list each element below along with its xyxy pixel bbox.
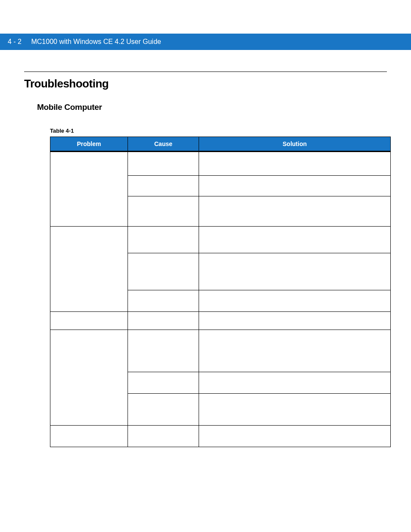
cell-cause — [128, 330, 199, 372]
table-row — [50, 227, 391, 253]
cell-solution — [199, 253, 391, 290]
table-header-row: Problem Cause Solution — [50, 137, 391, 152]
cell-cause — [128, 196, 199, 227]
cell-solution — [199, 394, 391, 426]
cell-solution — [199, 312, 391, 330]
cell-solution — [199, 152, 391, 176]
col-header-cause: Cause — [128, 137, 199, 152]
page-content: Troubleshooting Mobile Computer Table 4-… — [0, 72, 411, 447]
cell-cause — [128, 176, 199, 196]
doc-title: MC1000 with Windows CE 4.2 User Guide — [31, 38, 161, 45]
cell-cause — [128, 394, 199, 426]
horizontal-rule — [24, 72, 387, 72]
cell-solution — [199, 176, 391, 196]
cell-cause — [128, 312, 199, 330]
table-row — [50, 152, 391, 176]
cell-cause — [128, 152, 199, 176]
cell-cause — [128, 227, 199, 253]
page-number: 4 - 2 — [8, 38, 22, 45]
cell-cause — [128, 372, 199, 394]
page-header: 4 - 2 MC1000 with Windows CE 4.2 User Gu… — [0, 34, 411, 50]
cell-problem — [50, 426, 128, 447]
cell-cause — [128, 290, 199, 312]
cell-solution — [199, 196, 391, 227]
cell-problem — [50, 330, 128, 426]
cell-problem — [50, 227, 128, 312]
col-header-problem: Problem — [50, 137, 128, 152]
cell-cause — [128, 253, 199, 290]
cell-solution — [199, 372, 391, 394]
cell-cause — [128, 426, 199, 447]
troubleshooting-table: Problem Cause Solution — [50, 137, 391, 447]
table-caption: Table 4-1 — [50, 128, 387, 134]
cell-solution — [199, 330, 391, 372]
table-row — [50, 312, 391, 330]
cell-solution — [199, 227, 391, 253]
table-row — [50, 330, 391, 372]
col-header-solution: Solution — [199, 137, 391, 152]
subsection-title: Mobile Computer — [37, 103, 387, 112]
table-row — [50, 426, 391, 447]
cell-problem — [50, 152, 128, 227]
cell-solution — [199, 426, 391, 447]
section-title: Troubleshooting — [24, 77, 387, 90]
cell-solution — [199, 290, 391, 312]
cell-problem — [50, 312, 128, 330]
